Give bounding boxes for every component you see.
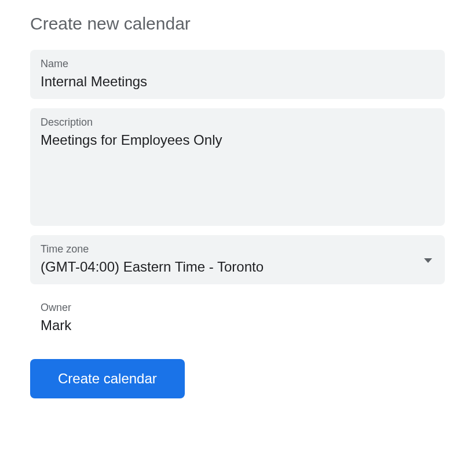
- owner-value: Mark: [41, 317, 434, 334]
- timezone-select[interactable]: (GMT-04:00) Eastern Time - Toronto: [41, 259, 434, 275]
- create-calendar-button[interactable]: Create calendar: [30, 359, 185, 398]
- timezone-field-group[interactable]: Time zone (GMT-04:00) Eastern Time - Tor…: [30, 235, 445, 284]
- timezone-label: Time zone: [41, 243, 434, 255]
- name-input[interactable]: [41, 74, 434, 90]
- owner-field-group: Owner Mark: [30, 294, 445, 343]
- description-field-group[interactable]: Description: [30, 108, 445, 226]
- chevron-down-icon: [424, 255, 432, 265]
- name-field-group[interactable]: Name: [30, 50, 445, 99]
- owner-label: Owner: [41, 302, 434, 314]
- name-label: Name: [41, 58, 434, 70]
- description-label: Description: [41, 116, 434, 129]
- page-title: Create new calendar: [30, 14, 445, 34]
- description-input[interactable]: [41, 132, 434, 148]
